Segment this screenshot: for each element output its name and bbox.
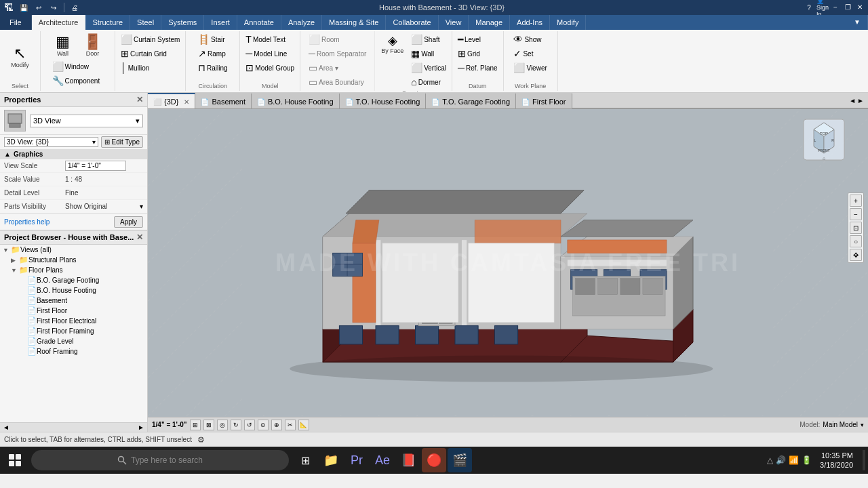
graphics-section-header[interactable]: ▲ Graphics [0, 149, 147, 159]
tab-file[interactable]: File [0, 15, 32, 30]
tab-bo-house-footing-view[interactable]: 📄 B.O. House Footing [252, 93, 340, 109]
curtain-grid-button[interactable]: ⊞ Curtain Grid [118, 47, 170, 60]
sign-in-button[interactable]: 👤 Sign In [816, 1, 829, 14]
properties-close-button[interactable]: ✕ [136, 95, 143, 104]
door-button[interactable]: 🚪 Door [79, 33, 106, 59]
model-group-button[interactable]: ⊡ Model Group [243, 61, 297, 75]
area-button[interactable]: ▭ Area ▾ [306, 61, 341, 75]
zoom-out-button[interactable]: − [850, 208, 862, 220]
status-btn-8[interactable]: ✂ [285, 420, 296, 430]
tree-item-basement[interactable]: 📄 Basement [0, 296, 147, 306]
tab-addins[interactable]: Add-Ins [510, 15, 550, 30]
zoom-in-button[interactable]: + [850, 195, 862, 207]
tray-icon-2[interactable]: 🔊 [776, 455, 786, 465]
vertical-button[interactable]: ⬜ Vertical [408, 61, 449, 75]
shaft-button[interactable]: ⬜ Shaft [408, 33, 449, 46]
model-dropdown[interactable]: ▾ [861, 422, 864, 428]
viewport-canvas[interactable]: MADE WITH CAMTASIA FREE TRI TOP L R FRON… [148, 109, 868, 417]
tree-item-first-floor-framing[interactable]: 📄 First Floor Framing [0, 326, 147, 336]
status-btn-6[interactable]: ⊙ [258, 420, 269, 430]
room-button[interactable]: ⬜ Room [306, 33, 342, 46]
tree-item-bo-garage-footing[interactable]: 📄 B.O. Garage Footing [0, 275, 147, 285]
fit-view-button[interactable]: ⊡ [850, 222, 862, 234]
tray-icon-1[interactable]: △ [767, 455, 773, 465]
view-scale-input[interactable] [65, 161, 126, 171]
mullion-button[interactable]: │ Mullion [118, 61, 152, 75]
parts-visibility-dropdown-arrow[interactable]: ▾ [140, 203, 143, 210]
acrobat-app[interactable]: 📕 [396, 448, 420, 472]
ramp-button[interactable]: ↗ Ramp [195, 47, 229, 60]
revit-taskbar-app[interactable]: 🔴 [422, 448, 446, 472]
status-btn-5[interactable]: ↺ [244, 420, 255, 430]
opening-wall-button[interactable]: ▦ Wall [408, 47, 449, 60]
grid-button[interactable]: ⊞ Grid [455, 47, 483, 60]
save-button[interactable]: 💾 [18, 1, 30, 14]
view-cube[interactable]: TOP L R FRONT ⌂ [800, 116, 848, 163]
show-button[interactable]: 👁 Show [511, 33, 544, 46]
ribbon-context-btn[interactable]: ▼ [847, 15, 868, 30]
restore-button[interactable]: ❐ [842, 1, 853, 12]
pan-button[interactable]: ✥ [850, 249, 862, 261]
tab-insert[interactable]: Insert [204, 15, 237, 30]
premiere-app[interactable]: Pr [344, 448, 369, 472]
tree-item-first-floor[interactable]: 📄 First Floor [0, 306, 147, 316]
tree-item-floor-plans[interactable]: ▼ 📁 Floor Plans [0, 265, 147, 275]
help-button[interactable]: ? [803, 1, 815, 14]
start-button[interactable] [3, 448, 27, 472]
tree-item-first-floor-electrical[interactable]: 📄 First Floor Electrical [0, 316, 147, 326]
tray-icon-3[interactable]: 📶 [789, 455, 799, 465]
status-btn-3[interactable]: ◎ [217, 420, 228, 430]
view-dropdown[interactable]: 3D View: {3D} ▾ [4, 137, 98, 147]
set-button[interactable]: ✓ Set [511, 47, 536, 60]
level-button[interactable]: ━ Level [455, 33, 484, 46]
ref-plane-button[interactable]: ─ Ref. Plane [455, 61, 500, 75]
status-btn-9[interactable]: 📐 [298, 420, 309, 430]
tab-to-garage-footing-view[interactable]: 📄 T.O. Garage Footing [426, 93, 516, 109]
file-explorer-app[interactable]: 📁 [319, 448, 343, 472]
tab-3d-view[interactable]: ⬜ {3D} ✕ [148, 93, 195, 109]
type-dropdown[interactable]: 3D View ▾ [30, 115, 143, 127]
apply-button[interactable]: Apply [114, 216, 143, 228]
tab-systems[interactable]: Systems [161, 15, 204, 30]
window-button[interactable]: ⬜ Window [50, 60, 103, 73]
tab-architecture[interactable]: Architecture [32, 15, 86, 30]
tray-icon-4[interactable]: 🔋 [802, 455, 812, 465]
show-desktop-button[interactable] [863, 450, 865, 470]
tab-collaborate[interactable]: Collaborate [386, 15, 438, 30]
dormer-button[interactable]: ⌂ Dormer [408, 75, 449, 89]
area-boundary-button[interactable]: ▭ Area Boundary [306, 75, 367, 89]
minimize-button[interactable]: − [830, 1, 841, 12]
model-line-button[interactable]: ─ Model Line [243, 47, 290, 60]
tab-3d-close[interactable]: ✕ [184, 98, 189, 106]
curtain-system-button[interactable]: ⬜ Curtain System [118, 33, 182, 46]
camtasia-app[interactable]: 🎬 [448, 448, 472, 472]
railing-button[interactable]: ⊓ Railing [195, 61, 231, 75]
task-view-button[interactable]: ⊞ [293, 448, 317, 472]
tree-item-structural-plans[interactable]: ▶ 📁 Structural Plans [0, 255, 147, 265]
tree-scroll-left[interactable]: ◄ [3, 424, 9, 431]
by-face-button[interactable]: ◈ By Face [378, 33, 407, 56]
room-separator-button[interactable]: ─ Room Separator [306, 47, 369, 60]
column-button[interactable]: ▮ Column [50, 88, 103, 92]
viewport-scroll-left[interactable]: ◄ [849, 97, 856, 104]
tree-item-bo-house-footing[interactable]: 📄 B.O. House Footing [0, 285, 147, 296]
tree-item-grade-level[interactable]: 📄 Grade Level [0, 336, 147, 346]
model-text-button[interactable]: T Model Text [243, 33, 288, 46]
undo-button[interactable]: ↩ [33, 1, 45, 14]
modify-button[interactable]: ↖ Modify [7, 44, 33, 70]
tab-annotate[interactable]: Annotate [237, 15, 281, 30]
close-button[interactable]: ✕ [854, 1, 865, 12]
orbit-button[interactable]: ○ [850, 235, 862, 247]
tag-room-button[interactable]: 🏷 Tag Room [306, 89, 353, 92]
status-btn-4[interactable]: ↻ [231, 420, 241, 430]
viewport-scroll-right[interactable]: ► [857, 97, 864, 104]
print-button[interactable]: 🖨 [68, 1, 81, 14]
stair-button[interactable]: 🪜 Stair [195, 33, 228, 46]
redo-button[interactable]: ↪ [47, 1, 60, 14]
status-btn-2[interactable]: ⊠ [203, 420, 214, 430]
tree-item-roof-framing[interactable]: 📄 Roof Framing [0, 346, 147, 357]
tree-item-views-all[interactable]: ▼ 📁 Views (all) [0, 245, 147, 255]
viewer-button[interactable]: ⬜ Viewer [511, 61, 549, 75]
tab-massing[interactable]: Massing & Site [322, 15, 386, 30]
component-button[interactable]: 🔧 Component [50, 74, 103, 87]
